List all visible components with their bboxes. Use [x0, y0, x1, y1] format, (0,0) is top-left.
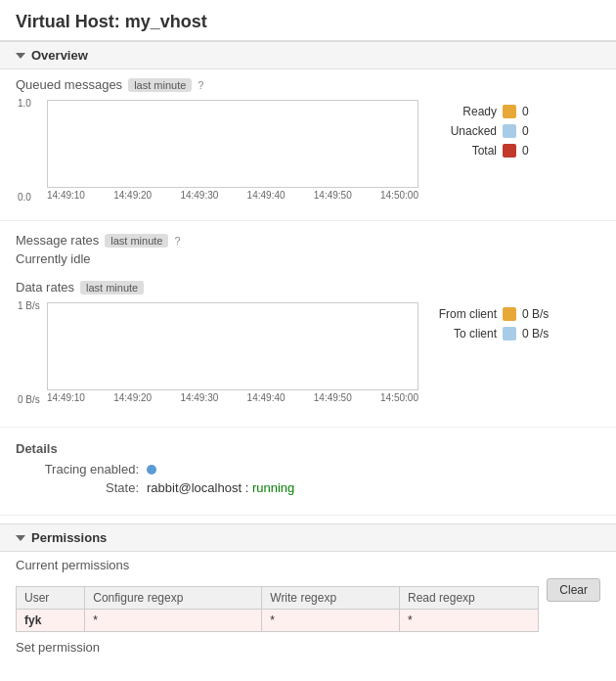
permissions-section: Current permissions User Configure regex… — [0, 552, 616, 662]
legend-to-client-label: To client — [438, 327, 497, 340]
mrates-time-tag[interactable]: last minute — [105, 234, 168, 248]
data-rates-chart-area: 1 B/s 0 B/s 14:49:10 14:49:20 14:49:30 1… — [16, 302, 600, 403]
perm-read: * — [400, 610, 539, 632]
queued-chart — [47, 100, 418, 188]
toggle-arrow-icon — [16, 53, 25, 59]
current-permissions-label: Current permissions — [16, 558, 600, 572]
state-host: rabbit@localhost — [147, 480, 242, 495]
perm-user: fyk — [17, 610, 85, 632]
queued-help[interactable]: ? — [198, 79, 203, 91]
overview-toggle[interactable]: Overview — [0, 41, 616, 69]
legend-total-value: 0 — [522, 144, 542, 158]
legend-unacked-value: 0 — [522, 124, 542, 138]
queued-chart-wrapper: 1.0 0.0 14:49:10 14:49:20 14:49:30 14:49… — [47, 100, 418, 201]
legend-total: Total 0 — [438, 144, 542, 158]
legend-ready-value: 0 — [522, 105, 542, 118]
col-write: Write regexp — [262, 587, 400, 610]
queued-legend: Ready 0 Unacked 0 Total 0 — [438, 100, 542, 158]
legend-ready-label: Ready — [438, 105, 497, 118]
perm-write: * — [262, 610, 400, 632]
data-rates-chart — [47, 302, 418, 390]
clear-button[interactable]: Clear — [547, 578, 600, 602]
legend-total-color — [503, 144, 516, 158]
header-vhost: my_vhost — [125, 12, 207, 31]
queued-y-top: 1.0 — [18, 98, 31, 109]
queued-chart-area: 1.0 0.0 14:49:10 14:49:20 14:49:30 14:49… — [16, 100, 600, 201]
legend-ready-color — [503, 105, 516, 118]
overview-label: Overview — [31, 48, 88, 63]
queued-y-bottom: 0.0 — [18, 192, 31, 203]
idle-text: Currently idle — [16, 251, 600, 266]
queued-time-tag[interactable]: last minute — [128, 78, 192, 92]
legend-to-client-color — [503, 327, 516, 340]
set-permission-label: Set permission — [16, 640, 600, 655]
drates-y-top: 1 B/s — [18, 300, 40, 311]
tracing-row: Tracing enabled: — [31, 462, 600, 477]
state-label: State: — [31, 480, 139, 495]
running-label: running — [252, 480, 294, 495]
drates-legend: From client 0 B/s To client 0 B/s — [438, 302, 549, 340]
legend-from-client-value: 0 B/s — [522, 307, 549, 321]
permissions-header-row: User Configure regexp Write regexp Read … — [17, 587, 539, 610]
table-row[interactable]: fyk * * * — [17, 610, 539, 632]
legend-from-client: From client 0 B/s — [438, 307, 549, 321]
tracing-label: Tracing enabled: — [31, 462, 139, 477]
details-section: Details Tracing enabled: State: rabbit@l… — [0, 435, 616, 507]
state-colon: : — [245, 480, 252, 495]
drates-y-bottom: 0 B/s — [18, 394, 40, 405]
legend-to-client: To client 0 B/s — [438, 327, 549, 340]
permissions-toggle[interactable]: Permissions — [0, 523, 616, 552]
queued-messages-section: Queued messages last minute ? 1.0 0.0 14… — [0, 69, 616, 212]
col-read: Read regexp — [400, 587, 539, 610]
legend-unacked-color — [503, 124, 516, 138]
permissions-table-wrapper: User Configure regexp Write regexp Read … — [16, 578, 539, 632]
drates-label: Data rates — [16, 280, 74, 295]
legend-unacked-label: Unacked — [438, 124, 497, 138]
perm-configure: * — [85, 610, 262, 632]
tracing-dot-icon — [147, 465, 156, 475]
legend-from-client-color — [503, 307, 516, 321]
state-value: rabbit@localhost : running — [147, 480, 294, 495]
drates-time-tag[interactable]: last minute — [80, 281, 144, 295]
message-rates-section: Message rates last minute ? Currently id… — [0, 229, 616, 276]
legend-total-label: Total — [438, 144, 497, 158]
permissions-label: Permissions — [31, 530, 107, 545]
queued-x-labels: 14:49:10 14:49:20 14:49:30 14:49:40 14:4… — [47, 190, 418, 201]
col-configure: Configure regexp — [85, 587, 262, 610]
drates-x-labels: 14:49:10 14:49:20 14:49:30 14:49:40 14:4… — [47, 392, 418, 403]
mrates-label: Message rates — [16, 233, 99, 248]
details-label: Details — [16, 441, 600, 456]
col-user: User — [17, 587, 85, 610]
legend-from-client-label: From client — [438, 307, 497, 321]
legend-to-client-value: 0 B/s — [522, 327, 549, 340]
permissions-table-area: User Configure regexp Write regexp Read … — [16, 578, 600, 632]
data-rates-section: Data rates last minute 1 B/s 0 B/s 14:49… — [0, 276, 616, 419]
queued-messages-label: Queued messages — [16, 77, 122, 92]
page-header: Virtual Host: my_vhost — [0, 0, 616, 41]
permissions-table: User Configure regexp Write regexp Read … — [16, 586, 539, 632]
legend-unacked: Unacked 0 — [438, 124, 542, 138]
details-table: Tracing enabled: State: rabbit@localhost… — [31, 462, 600, 495]
data-rates-chart-wrapper: 1 B/s 0 B/s 14:49:10 14:49:20 14:49:30 1… — [47, 302, 418, 403]
header-prefix: Virtual Host: — [16, 12, 120, 31]
mrates-help[interactable]: ? — [174, 235, 180, 247]
state-row: State: rabbit@localhost : running — [31, 480, 600, 495]
legend-ready: Ready 0 — [438, 105, 542, 118]
perm-toggle-arrow-icon — [16, 535, 25, 541]
